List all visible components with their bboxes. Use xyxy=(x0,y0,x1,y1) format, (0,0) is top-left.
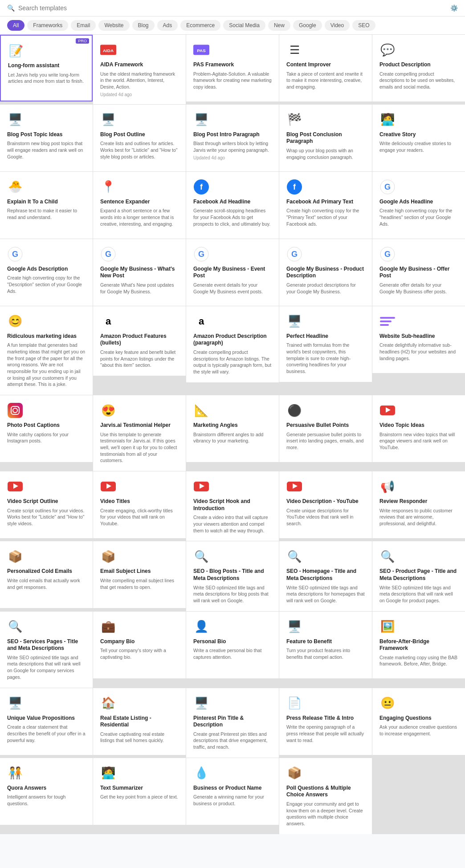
template-card[interactable]: aAmazon Product Description (paragraph)C… xyxy=(186,306,279,382)
card-icon: 📦 xyxy=(100,548,116,564)
template-card[interactable]: G Google Ads HeadlineCreate high convert… xyxy=(372,172,465,239)
card-icon: 💧 xyxy=(193,765,209,781)
template-card[interactable]: 🏠Real Estate Listing - ResidentialCreati… xyxy=(93,688,186,755)
svg-text:G: G xyxy=(384,250,391,259)
template-card[interactable]: 🔍SEO - Homepage - Title and Meta Descrip… xyxy=(279,541,372,611)
card-icon xyxy=(379,313,396,329)
template-card[interactable]: 🖥️Blog Post OutlineCreate lists and outl… xyxy=(93,105,186,171)
filter-icon[interactable]: ⚙️ xyxy=(450,4,458,12)
card-title: SEO - Services Pages - Title and Meta De… xyxy=(7,638,86,652)
template-card[interactable]: Website Sub-headlineCreate delightfully … xyxy=(372,306,465,373)
template-card[interactable]: Video Script Hook and IntroductionCreate… xyxy=(186,471,279,541)
template-card[interactable]: G Google My Business - Product Descripti… xyxy=(279,239,372,306)
template-card[interactable]: 📦Email Subject LinesWrite compelling ema… xyxy=(93,541,186,608)
card-description: Brainstorm different angles to add vibra… xyxy=(193,431,272,444)
filter-tab-google[interactable]: Google xyxy=(293,20,322,31)
card-description: Create key feature and benefit bullet po… xyxy=(100,349,179,369)
template-card[interactable]: PASPAS FrameworkProblem-Agitate-Solution… xyxy=(186,35,279,101)
template-card[interactable]: 💧Business or Product NameGenerate a winn… xyxy=(186,758,279,825)
template-card[interactable]: 💬Product DescriptionCreate compelling pr… xyxy=(372,35,465,101)
template-card[interactable]: 🖥️Feature to BenefitTurn your product fe… xyxy=(279,612,372,678)
template-card[interactable]: Video TitlesCreate engaging, click-worth… xyxy=(93,471,186,538)
filter-tab-ads[interactable]: Ads xyxy=(157,20,178,31)
template-card[interactable]: Video Script OutlineCreate script outlin… xyxy=(0,471,93,538)
template-card[interactable]: ☰Content ImproverTake a piece of content… xyxy=(279,35,372,101)
card-description: Intelligent answers for tough questions. xyxy=(7,794,86,807)
template-card[interactable]: 🐣Explain It To a ChildRephrase text to m… xyxy=(0,172,93,239)
template-card[interactable]: 🧑‍💻Creative StoryWrite deliciously creat… xyxy=(372,105,465,171)
filter-tab-website[interactable]: Website xyxy=(98,20,129,31)
template-card[interactable]: 🖥️Pinterest Pin Title & DescriptionCreat… xyxy=(186,688,279,758)
card-description: Use this template to generate testimonia… xyxy=(100,431,179,464)
filter-tab-social-media[interactable]: Social Media xyxy=(223,20,265,31)
card-title: Text Summarizer xyxy=(100,785,179,792)
template-card[interactable]: 🖥️Perfect HeadlineTrained with formulas … xyxy=(279,306,372,382)
template-card[interactable]: G Google My Business - Offer PostGenerat… xyxy=(372,239,465,306)
template-card[interactable]: G Google My Business - Event PostGenerat… xyxy=(186,239,279,306)
card-title: Ridiculous marketing ideas xyxy=(7,333,86,340)
svg-text:PAS: PAS xyxy=(197,48,206,53)
template-card[interactable]: 📢Review ResponderWrite responses to publ… xyxy=(372,471,465,538)
template-card[interactable]: 😍Jarvis.ai Testimonial HelperUse this te… xyxy=(93,395,186,471)
card-description: Turn your product features into benefits… xyxy=(286,647,365,660)
card-title: Unique Value Propositions xyxy=(7,715,86,722)
template-card[interactable]: 🧑‍🤝‍🧑Quora AnswersIntelligent answers fo… xyxy=(0,758,93,825)
template-card[interactable]: Photo Post CaptionsWrite catchy captions… xyxy=(0,395,93,462)
template-card[interactable]: 📐Marketing AnglesBrainstorm different an… xyxy=(186,395,279,462)
template-card[interactable]: 📦Personalized Cold EmailsWrite cold emai… xyxy=(0,541,93,608)
card-icon: 🖥️ xyxy=(193,695,209,711)
template-card[interactable]: fFacebook Ad Primary TextCreate high con… xyxy=(279,172,372,239)
template-card[interactable]: 🖼️Before-After-Bridge FrameworkCreate ma… xyxy=(372,612,465,678)
card-icon: 🖼️ xyxy=(379,619,396,635)
template-card[interactable]: 📄Press Release Title & IntroWrite the op… xyxy=(279,688,372,755)
svg-point-30 xyxy=(18,407,19,408)
card-icon: a xyxy=(100,313,116,329)
card-title: Marketing Angles xyxy=(193,422,272,429)
template-card[interactable]: aAmazon Product Features (bullets)Create… xyxy=(93,306,186,376)
template-card[interactable]: Video Topic IdeasBrainstorm new video to… xyxy=(372,395,465,462)
card-title: Video Script Outline xyxy=(7,498,86,505)
template-card[interactable]: 📝Long-form assistantLet Jarvis help you … xyxy=(0,35,93,101)
template-card[interactable]: 👤Personal BioWrite a creative personal b… xyxy=(186,612,279,678)
template-card[interactable]: 🖥️Blog Post Intro ParagraphBlast through… xyxy=(186,105,279,171)
filter-tab-seo[interactable]: SEO xyxy=(352,20,375,31)
template-card[interactable]: 😊Ridiculous marketing ideasA fun templat… xyxy=(0,306,93,395)
template-card[interactable]: 🏁Blog Post Conclusion ParagraphWrap up y… xyxy=(279,105,372,171)
template-card[interactable]: 🖥️Unique Value PropositionsCreate a clea… xyxy=(0,688,93,755)
search-bar: 🔍 ⚙️ xyxy=(0,0,465,16)
template-card[interactable]: G Google My Business - What's New PostGe… xyxy=(93,239,186,306)
card-icon: 😊 xyxy=(7,313,23,329)
template-card[interactable]: 📍Sentence ExpanderExpand a short sentenc… xyxy=(93,172,186,239)
filter-tab-email[interactable]: Email xyxy=(71,20,96,31)
card-title: SEO - Blog Posts - Title and Meta Descri… xyxy=(193,568,272,582)
filter-tab-new[interactable]: New xyxy=(268,20,290,31)
card-title: Video Script Hook and Introduction xyxy=(193,498,272,512)
template-card[interactable]: 🔍SEO - Blog Posts - Title and Meta Descr… xyxy=(186,541,279,611)
card-description: Write SEO optimized title tags and meta … xyxy=(7,654,86,681)
template-card[interactable]: 🧑‍💻Text SummarizerGet the key point from… xyxy=(93,758,186,825)
card-description: Engage your community and get to know th… xyxy=(286,801,365,827)
card-icon xyxy=(7,479,23,495)
template-card[interactable]: Video Description - YouTubeCreate unique… xyxy=(279,471,372,538)
template-card[interactable]: 🔍SEO - Product Page - Title and Meta Des… xyxy=(372,541,465,611)
filter-tab-all[interactable]: All xyxy=(7,20,24,31)
filter-tab-blog[interactable]: Blog xyxy=(132,20,155,31)
card-description: Write compelling email subject lines tha… xyxy=(100,577,179,590)
template-card[interactable]: 😐Engaging QuestionsAsk your audience cre… xyxy=(372,688,465,755)
template-card[interactable]: ⚫Persuasive Bullet PointsGenerate persua… xyxy=(279,395,372,462)
card-description: Creative captivating real estate listing… xyxy=(100,731,179,744)
template-card[interactable]: 📦Poll Questions & Multiple Choice Answer… xyxy=(279,758,372,834)
filter-tab-video[interactable]: Video xyxy=(325,20,350,31)
card-description: Write the opening paragraph of a press r… xyxy=(286,724,365,743)
svg-rect-24 xyxy=(380,317,395,319)
svg-text:a: a xyxy=(199,316,204,327)
template-card[interactable]: AIDAAIDA FrameworkUse the oldest marketi… xyxy=(93,35,186,104)
template-card[interactable]: 🖥️Blog Post Topic IdeasBrainstorm new bl… xyxy=(0,105,93,171)
template-card[interactable]: 💼Company BioTell your company's story wi… xyxy=(93,612,186,678)
template-card[interactable]: G Google Ads DescriptionCreate high conv… xyxy=(0,239,93,306)
search-input[interactable] xyxy=(18,4,450,12)
template-card[interactable]: fFacebook Ad HeadlineGenerate scroll-sto… xyxy=(186,172,279,239)
filter-tab-ecommerce[interactable]: Ecommerce xyxy=(180,20,220,31)
template-card[interactable]: 🔍SEO - Services Pages - Title and Meta D… xyxy=(0,612,93,688)
filter-tab-frameworks[interactable]: Frameworks xyxy=(27,20,68,31)
